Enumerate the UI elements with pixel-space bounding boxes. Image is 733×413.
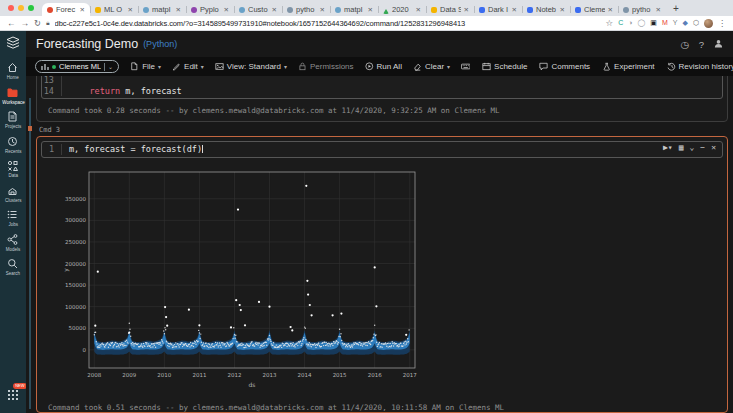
data-point [255,343,256,344]
extension-icon[interactable]: ◯ [638,18,646,28]
browser-menu-icon[interactable]: ⋮ [718,19,726,28]
browser-tab-custo[interactable]: Custo✕ [234,3,282,16]
data-point [210,346,211,347]
collapse-cell-icon[interactable]: ⌄ [690,144,695,152]
sidebar-item-jobs[interactable]: Jobs [7,209,18,227]
browser-tab-pyplo[interactable]: Pyplo✕ [186,3,234,16]
browser-tab-2020[interactable]: 2020✕ [378,3,426,16]
sidebar-item-clusters[interactable]: Clusters [4,185,22,203]
comments-button[interactable]: Comments [539,62,590,71]
revision-history-button[interactable]: Revision history [667,62,733,71]
clear-menu[interactable]: Clear▾ [413,62,450,71]
tab-close-icon[interactable]: ✕ [128,6,133,14]
sidebar-item-home[interactable]: Home [6,62,19,80]
minimize-cell-icon[interactable]: − [700,144,705,152]
extension-icon[interactable]: C [618,18,623,28]
run-cell-button[interactable]: ▶▾ [663,144,673,152]
data-point [381,343,382,344]
notebook-language[interactable]: (Python) [143,39,177,49]
help-icon[interactable]: ? [699,39,704,50]
tab-close-icon[interactable]: ✕ [272,6,277,14]
minimize-window-icon[interactable] [18,5,24,11]
data-point [217,342,218,343]
button-label: Edit [184,62,198,71]
tab-close-icon[interactable]: ✕ [80,6,85,14]
file-menu[interactable]: File▾ [130,62,161,71]
sidebar-item-label: Home [7,74,19,79]
browser-tab-matpl[interactable]: matpl✕ [330,3,378,16]
extension-icon[interactable]: ◆ [682,18,687,28]
edit-menu[interactable]: Edit▾ [172,62,204,71]
view-menu[interactable]: View: Standard▾ [215,62,287,71]
tab-close-icon[interactable]: ✕ [608,6,613,14]
browser-tab-pytho[interactable]: pytho✕ [618,3,666,16]
extension-icon[interactable]: M [662,18,668,28]
data-point [360,344,361,345]
forward-icon[interactable]: → [21,18,30,28]
close-window-icon[interactable] [8,5,14,11]
back-icon[interactable]: ← [7,18,16,28]
cmd-label: Cmd 3 [39,126,728,134]
tab-close-icon[interactable]: ✕ [176,6,181,14]
schedule-button[interactable]: Schedule [482,62,527,71]
experiment-button[interactable]: Experiment [602,62,654,71]
cluster-selector[interactable]: Clemens ML ⌄ [35,60,119,73]
sidebar-item-projects[interactable]: Projects [4,111,22,129]
tab-close-icon[interactable]: ✕ [416,6,421,14]
chevron-down-icon[interactable]: ⌄ [108,63,113,70]
outlier-point [268,305,270,307]
x-tick-label: 2011 [192,372,206,378]
browser-tab-dark-i[interactable]: Dark I✕ [474,3,522,16]
apps-grid-button[interactable]: NEW [8,387,19,405]
browser-tab-noteb[interactable]: Noteb✕ [522,3,570,16]
browser-tab-ml-o[interactable]: ML O✕ [90,3,138,16]
code-cell-cmd3[interactable]: 1 m, forecast = forecast(df) ▶▾▦⌄−✕ 0500… [36,136,728,413]
tab-close-icon[interactable]: ✕ [224,6,229,14]
data-point [282,343,283,344]
status-clock-icon[interactable]: ◷ [680,39,688,50]
sidebar-item-models[interactable]: Models [5,234,21,252]
outlier-point [239,303,241,305]
url-text[interactable]: dbc-c227e5c1-0c4e.dev.databricks.com/?o=… [55,19,601,28]
browser-tab-cleme[interactable]: Cleme✕ [570,3,618,16]
tab-close-icon[interactable]: ✕ [512,6,517,14]
data-point [245,346,246,347]
bookmark-star-icon[interactable]: ☆ [606,18,614,28]
reload-icon[interactable]: ↻ [34,18,41,28]
button-label: Revision history [679,62,733,71]
tab-close-icon[interactable]: ✕ [464,6,469,14]
tab-close-icon[interactable]: ✕ [368,6,373,14]
delete-cell-icon[interactable]: ✕ [711,144,716,152]
extension-icon[interactable]: Y [673,18,678,28]
tab-close-icon[interactable]: ✕ [656,6,661,14]
data-point [189,343,190,344]
profile-avatar[interactable] [704,19,713,28]
permissions-button[interactable]: Permissions [298,62,354,71]
extension-icon[interactable]: ◑ [628,18,632,28]
sidebar-item-search[interactable]: Search [5,258,21,276]
browser-tab-pytho[interactable]: pytho✕ [282,3,330,16]
sidebar-item-recents[interactable]: Recents [4,136,22,154]
code-editor-cmd3[interactable]: 1 m, forecast = forecast(df) ▶▾▦⌄−✕ [41,141,723,158]
sidebar-item-workspace[interactable]: Workspace [1,87,26,105]
zoom-window-icon[interactable] [28,5,34,11]
dashboard-chart-icon[interactable]: ▦ [679,144,684,152]
extension-icon[interactable]: ⬡ [693,18,699,28]
tab-close-icon[interactable]: ✕ [560,6,565,14]
code-editor-cmd2[interactable]: 13 14 return m, forecast [41,76,723,99]
extension-icon[interactable]: ▣ [650,18,657,28]
cluster-name: Clemens ML [59,62,101,71]
browser-tab-data-s[interactable]: Data S✕ [426,3,474,16]
tab-close-icon[interactable]: ✕ [320,6,325,14]
sidebar-item-data[interactable]: Data [7,160,18,178]
account-icon[interactable] [714,39,723,50]
shortcuts-button[interactable] [461,62,470,71]
browser-tab-matpl[interactable]: matpl✕ [138,3,186,16]
run-all-button[interactable]: Run All [365,62,402,71]
databricks-logo-icon[interactable] [5,36,21,54]
y-tick-label: 100000 [65,303,86,309]
browser-tab-forec[interactable]: Forec✕ [42,3,90,16]
new-tab-button[interactable]: + [666,3,686,16]
code-cell-cmd2[interactable]: 13 14 return m, forecast Command took 0.… [36,76,728,122]
command-status: Command took 0.28 seconds -- by clemens.… [37,99,727,118]
